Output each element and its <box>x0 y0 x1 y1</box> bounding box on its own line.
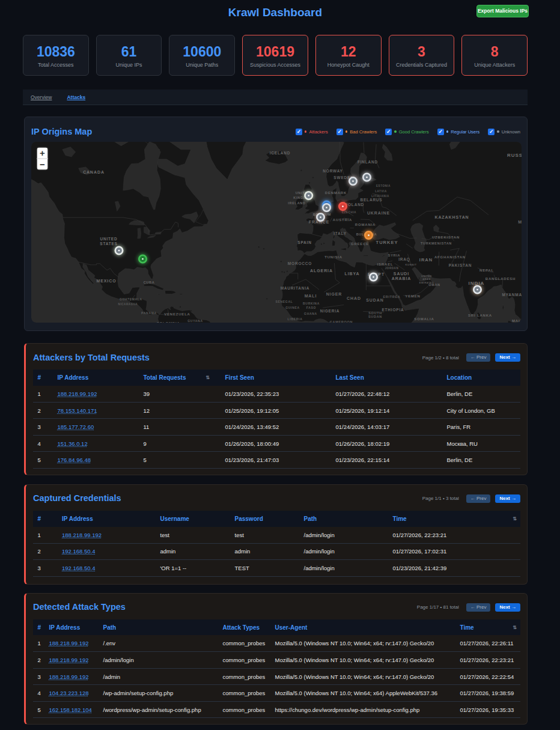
svg-text:KAZAKHSTAN: KAZAKHSTAN <box>434 215 469 219</box>
svg-text:RUSSIA: RUSSIA <box>507 153 522 158</box>
svg-text:ERITREA: ERITREA <box>383 295 400 299</box>
svg-text:IRAN: IRAN <box>419 257 433 263</box>
svg-text:YEMEN: YEMEN <box>405 294 420 298</box>
svg-text:CUBA: CUBA <box>144 281 155 284</box>
svg-text:UZBEKISTAN: UZBEKISTAN <box>432 236 460 239</box>
svg-text:ROMANIA: ROMANIA <box>355 223 376 227</box>
svg-text:SOMALIA: SOMALIA <box>414 317 434 321</box>
svg-text:COLOMBIA: COLOMBIA <box>156 321 180 323</box>
svg-text:PAKISTAN: PAKISTAN <box>449 263 472 267</box>
svg-text:STATES: STATES <box>100 242 117 246</box>
svg-text:GUATEMALA: GUATEMALA <box>120 297 142 301</box>
svg-text:MYANMAR: MYANMAR <box>502 293 522 297</box>
svg-text:GUYANA: GUYANA <box>187 319 202 323</box>
svg-text:NIGER: NIGER <box>326 292 342 296</box>
svg-text:IRAQ: IRAQ <box>398 257 410 262</box>
svg-text:MOROCCO: MOROCCO <box>288 261 312 266</box>
svg-text:BELARUS: BELARUS <box>360 198 382 202</box>
svg-text:ICELAND: ICELAND <box>270 151 291 155</box>
svg-text:VENEZUELA: VENEZUELA <box>164 312 190 316</box>
svg-text:ISRAEL: ISRAEL <box>377 263 394 266</box>
svg-text:ESTONIA: ESTONIA <box>376 184 391 187</box>
svg-text:GUINEA: GUINEA <box>285 306 300 309</box>
svg-text:ALGERIA: ALGERIA <box>310 269 333 273</box>
svg-text:MALAYSIA: MALAYSIA <box>512 319 522 323</box>
svg-text:DENMARK: DENMARK <box>325 191 347 195</box>
svg-text:LIBYA: LIBYA <box>345 272 360 276</box>
svg-text:PANAMA: PANAMA <box>141 311 157 315</box>
svg-text:ITALY: ITALY <box>333 231 347 236</box>
svg-text:TUNISIA: TUNISIA <box>324 255 342 259</box>
svg-text:SYRIA: SYRIA <box>388 254 400 257</box>
svg-text:TURKEY: TURKEY <box>376 240 398 245</box>
svg-text:NORWAY: NORWAY <box>323 169 342 173</box>
svg-text:SRI LANKA: SRI LANKA <box>468 314 492 317</box>
svg-text:NEPAL: NEPAL <box>479 269 494 272</box>
svg-text:ARAB: ARAB <box>422 278 431 281</box>
svg-text:MEXICO: MEXICO <box>96 279 116 283</box>
svg-text:GHANA: GHANA <box>304 312 317 315</box>
svg-text:AFGHANISTAN: AFGHANISTAN <box>434 255 466 259</box>
svg-text:MALI: MALI <box>305 294 317 298</box>
svg-text:UKRAINE: UKRAINE <box>367 211 390 215</box>
svg-text:SAUDI: SAUDI <box>394 272 409 276</box>
svg-text:−: − <box>40 159 45 169</box>
svg-text:SENEGAL: SENEGAL <box>275 300 293 303</box>
svg-text:UNITED: UNITED <box>100 237 118 241</box>
svg-text:SUDAN: SUDAN <box>366 298 383 302</box>
svg-text:SPAIN: SPAIN <box>297 240 311 245</box>
svg-text:CAMEROON: CAMEROON <box>330 320 353 323</box>
svg-text:MONGOLIA: MONGOLIA <box>518 220 522 224</box>
svg-text:FINLAND: FINLAND <box>358 160 378 164</box>
svg-text:ETHIOPIA: ETHIOPIA <box>382 308 404 312</box>
svg-text:KUWAIT: KUWAIT <box>406 263 417 266</box>
svg-text:ARABIA: ARABIA <box>392 276 412 281</box>
svg-text:MAURITANIA: MAURITANIA <box>281 286 310 290</box>
svg-text:FASO: FASO <box>306 306 316 309</box>
svg-text:CHAD: CHAD <box>347 296 361 300</box>
svg-text:NIGERIA: NIGERIA <box>320 309 340 313</box>
svg-text:BURKINA: BURKINA <box>303 302 320 305</box>
svg-text:CANADA: CANADA <box>83 170 105 174</box>
svg-text:LITHUANIA: LITHUANIA <box>371 195 389 198</box>
svg-text:OMAN: OMAN <box>428 283 440 287</box>
svg-text:BANGLADESH: BANGLADESH <box>485 277 516 281</box>
svg-text:IRELAND: IRELAND <box>288 201 305 205</box>
svg-text:AUSTRIA: AUSTRIA <box>333 218 352 222</box>
svg-text:LIBERIA: LIBERIA <box>288 317 303 321</box>
svg-text:SUDAN: SUDAN <box>368 315 382 318</box>
svg-text:JORDAN: JORDAN <box>385 267 399 270</box>
svg-text:NICARAGUA: NICARAGUA <box>118 303 138 306</box>
svg-text:LATVIA: LATVIA <box>375 190 387 193</box>
svg-text:GREECE: GREECE <box>351 242 369 246</box>
svg-text:TURKMENISTAN: TURKMENISTAN <box>421 242 452 245</box>
svg-text:+: + <box>40 148 45 158</box>
